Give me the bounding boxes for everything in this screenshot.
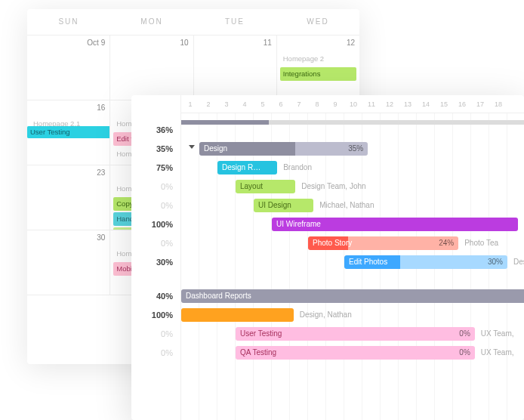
gantt-day: 8: [308, 95, 326, 113]
gantt-percent: 0%: [131, 344, 180, 363]
gantt-bar-pct: 35%: [348, 144, 363, 153]
gantt-row: [181, 271, 524, 286]
gantt-row: Edit Photos30%Desig: [181, 252, 524, 271]
calendar-date: Oct 9: [87, 39, 105, 47]
calendar-cell[interactable]: 10: [110, 36, 193, 100]
gantt-bar-pct: 0%: [459, 348, 470, 357]
gantt-assignee: Brandon: [283, 161, 312, 174]
calendar-event-chip[interactable]: Integrations: [280, 67, 356, 81]
gantt-row: UI WireframeDesign, Brandon Tr: [181, 215, 524, 233]
gantt-assignee: Design, Nathan: [300, 308, 352, 322]
gantt-assignee: Desig: [513, 255, 524, 269]
gantt-day: 14: [417, 95, 435, 113]
gantt-task-bar[interactable]: [181, 308, 294, 322]
gantt-row: Design R…Brandon: [181, 158, 524, 177]
gantt-bar-pct: 0%: [459, 329, 470, 338]
gantt-task-bar[interactable]: Photo Story24%: [308, 236, 458, 250]
gantt-assignee: UX Team,: [481, 346, 514, 360]
gantt-percent: 0%: [131, 196, 180, 215]
gantt-percent: 0%: [131, 178, 180, 196]
calendar-date: 23: [97, 168, 105, 177]
gantt-task-bar[interactable]: Layout: [236, 180, 295, 193]
calendar-row: Oct 9101112Homepage 2Integrations: [27, 36, 359, 100]
calendar-cell[interactable]: Oct 9: [27, 36, 110, 100]
gantt-day: 10: [344, 95, 362, 113]
gantt-day: 5: [254, 95, 272, 113]
gantt-task-bar[interactable]: UI Design: [254, 199, 313, 212]
gantt-row: QA Testing0%UX Team,: [181, 343, 524, 362]
gantt-percent: 0%: [131, 234, 180, 253]
gantt-assignee: Design Team, John: [301, 180, 365, 193]
gantt-task-bar[interactable]: UI Wireframe: [272, 218, 518, 231]
gantt-task-bar[interactable]: Design R…: [217, 161, 277, 174]
gantt-percent: 75%: [131, 159, 180, 178]
gantt-bar-pct: 30%: [488, 258, 503, 266]
gantt-group-bar[interactable]: Design35%: [199, 142, 368, 156]
gantt-assignee: UX Team,: [481, 327, 514, 341]
gantt-day: 2: [199, 95, 217, 113]
calendar-date: 12: [347, 39, 355, 47]
gantt-row: Design, Nathan: [181, 305, 524, 324]
gantt-chart-area: 123456789101112131415161718 Design35%Des…: [181, 95, 524, 420]
gantt-day: 12: [381, 95, 399, 113]
calendar-cell[interactable]: 30: [27, 230, 110, 295]
gantt-day: 4: [236, 95, 254, 113]
gantt-assignee: Michael, Nathan: [319, 199, 374, 212]
gantt-row: Dashboard Reports: [181, 286, 524, 305]
calendar-date: 10: [180, 39, 188, 47]
gantt-day: 18: [489, 95, 507, 113]
calendar-day-header: TUE: [193, 9, 276, 35]
gantt-group-bar[interactable]: Dashboard Reports: [181, 289, 524, 303]
gantt-panel: 36%35%75%0%0%100%0%30%40%100%0%0% 123456…: [131, 95, 524, 420]
calendar-event-chip[interactable]: Homepage 2: [280, 52, 356, 66]
gantt-percent: 36%: [131, 121, 180, 140]
calendar-day-header: SUN: [27, 9, 110, 35]
gantt-row: Design35%: [181, 139, 524, 158]
gantt-percent: 0%: [131, 325, 180, 344]
gantt-day: 6: [272, 95, 290, 113]
gantt-row: User Testing0%UX Team,: [181, 324, 524, 343]
gantt-percent: 100%: [131, 215, 180, 234]
gantt-row: Photo Story24%Photo Tea: [181, 233, 524, 252]
calendar-header: SUNMONTUEWED: [27, 9, 359, 35]
calendar-date: 16: [97, 103, 105, 112]
gantt-day: 1: [181, 95, 199, 113]
calendar-day-header: MON: [110, 9, 193, 35]
gantt-day: 17: [471, 95, 489, 113]
gantt-bar-pct: 24%: [439, 239, 454, 247]
calendar-cell[interactable]: 23: [27, 165, 110, 230]
gantt-row: UI DesignMichael, Nathan: [181, 196, 524, 215]
calendar-date: 30: [97, 233, 105, 242]
gantt-percent: 30%: [131, 253, 180, 272]
gantt-percent: 35%: [131, 140, 180, 159]
gantt-day: 13: [399, 95, 417, 113]
gantt-task-bar[interactable]: Edit Photos30%: [344, 255, 507, 269]
calendar-cell[interactable]: 12Homepage 2Integrations: [277, 36, 359, 100]
gantt-day: 11: [362, 95, 381, 113]
gantt-row: LayoutDesign Team, John: [181, 177, 524, 196]
gantt-day: 15: [435, 95, 453, 113]
gantt-bar-title: Design: [199, 142, 295, 156]
gantt-bar-title: Photo Story: [308, 236, 348, 250]
gantt-timeline-progress: [181, 120, 524, 125]
gantt-task-bar[interactable]: User Testing0%: [236, 327, 475, 341]
calendar-day-header: WED: [276, 9, 359, 35]
calendar-cell[interactable]: 11: [194, 36, 277, 100]
gantt-percent-col: 36%35%75%0%0%100%0%30%40%100%0%0%: [131, 95, 181, 420]
gantt-day: 7: [290, 95, 308, 113]
gantt-day: 9: [326, 95, 344, 113]
gantt-rows: Design35%Design R…BrandonLayoutDesign Te…: [181, 131, 524, 362]
calendar-event-label: User Testing: [27, 126, 110, 138]
gantt-bar-title: Edit Photos: [344, 255, 400, 269]
calendar-event-bar[interactable]: User Testing: [27, 126, 110, 138]
gantt-day: 3: [217, 95, 236, 113]
gantt-task-bar[interactable]: QA Testing0%: [236, 346, 475, 360]
calendar-date: 11: [264, 39, 272, 47]
gantt-percent: 100%: [131, 306, 180, 325]
gantt-day: 16: [453, 95, 471, 113]
gantt-assignee: Photo Tea: [464, 236, 498, 250]
calendar-cell[interactable]: 16User TestingHomepage 2.1: [27, 100, 110, 165]
collapse-icon[interactable]: [189, 145, 195, 149]
gantt-day-scale: 123456789101112131415161718: [181, 95, 524, 113]
gantt-percent: 40%: [131, 287, 180, 306]
